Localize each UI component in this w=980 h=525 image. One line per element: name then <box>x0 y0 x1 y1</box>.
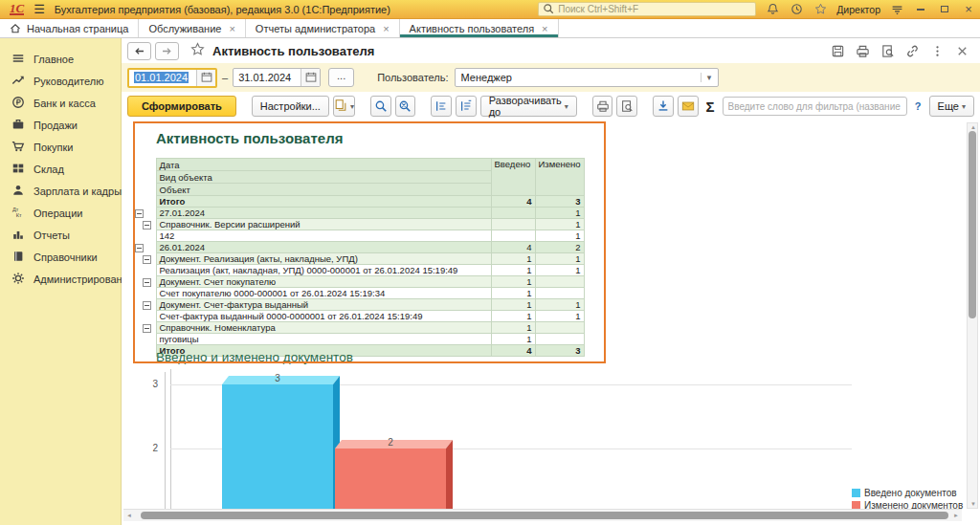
settings-button[interactable]: Настройки... <box>252 96 329 117</box>
cancel-find-icon[interactable] <box>395 96 416 117</box>
report-variants-button[interactable]: ▾ <box>333 96 355 117</box>
vertical-scrollbar-thumb[interactable] <box>969 131 976 318</box>
horizontal-scrollbar-thumb[interactable] <box>141 512 948 519</box>
window-close-button[interactable]: × <box>961 3 976 16</box>
table-row[interactable]: Счет-фактура выданный 0000-0000001 от 26… <box>134 311 584 322</box>
save-icon[interactable] <box>830 43 846 59</box>
sidebar-item-cart[interactable]: Покупки <box>0 136 121 158</box>
service-menu-icon[interactable] <box>889 2 904 17</box>
sidebar-item-dtkt[interactable]: ДтКтОперации <box>0 202 121 224</box>
bar-0[interactable] <box>222 384 333 511</box>
collapse-group-icon[interactable] <box>135 209 144 218</box>
expand-to-button[interactable]: Разворачивать до▾ <box>480 96 577 117</box>
print-button-icon[interactable] <box>592 96 613 117</box>
bar-1[interactable] <box>335 448 446 511</box>
report-header-row: Активность пользователя <box>122 38 980 63</box>
collapse-group-icon[interactable] <box>143 324 151 333</box>
current-user[interactable]: Директор <box>836 4 880 15</box>
calendar-icon[interactable] <box>196 70 215 86</box>
chevron-down-icon[interactable]: ▾ <box>701 73 718 82</box>
svg-text:Кт: Кт <box>16 212 22 218</box>
table-row[interactable]: Документ. Счет покупателю1 <box>134 276 584 288</box>
preview-button-icon[interactable] <box>616 96 637 117</box>
notifications-bell-icon[interactable] <box>765 2 780 17</box>
tab-home[interactable]: Начальная страница <box>0 19 139 37</box>
search-input[interactable] <box>558 4 740 14</box>
main-menu-icon[interactable]: ☰ <box>33 2 45 16</box>
minimize-button[interactable] <box>913 3 928 16</box>
collapse-group-icon[interactable] <box>135 244 144 252</box>
find-icon[interactable] <box>370 96 391 117</box>
add-favorite-star-icon[interactable] <box>190 42 205 60</box>
totals-sigma-icon[interactable]: Σ <box>706 98 715 115</box>
send-email-icon[interactable] <box>678 96 699 117</box>
sidebar-item-trend[interactable]: Руководителю <box>0 70 121 92</box>
sidebar-item-book[interactable]: Справочники <box>0 246 121 268</box>
collapse-groups-icon[interactable] <box>431 96 452 117</box>
date-from-field[interactable]: 01.01.2024 <box>127 68 217 88</box>
calendar-icon[interactable] <box>301 69 320 86</box>
user-combobox-value: Менеджер <box>456 72 701 83</box>
close-report-icon[interactable] <box>954 43 970 59</box>
report-table[interactable]: ДатаВведеноИзмененоВид объектаОбъектИтог… <box>134 158 585 357</box>
sidebar-item-person[interactable]: Зарплата и кадры <box>0 180 121 202</box>
tab-2[interactable]: Отчеты администратора× <box>246 19 400 37</box>
table-row[interactable]: Документ. Реализация (акты, накладные, У… <box>134 253 584 265</box>
table-row[interactable]: Реализация (акт, накладная, УПД) 0000-00… <box>134 265 584 276</box>
favorites-star-icon[interactable] <box>813 2 828 17</box>
print-preview-icon[interactable] <box>880 43 896 59</box>
period-options-button[interactable]: ... <box>328 68 354 87</box>
collapse-group-icon[interactable] <box>143 301 151 310</box>
tab-close-icon[interactable]: × <box>229 23 234 34</box>
table-row[interactable]: пуговицы1 <box>134 334 584 345</box>
horizontal-scrollbar[interactable]: ◄ ► <box>123 509 962 521</box>
report-viewport: Активность пользователя ДатаВведеноИзмен… <box>122 120 980 525</box>
table-row[interactable]: Итого43 <box>134 196 584 208</box>
collapse-group-icon[interactable] <box>143 255 151 264</box>
sidebar-item-briefcase[interactable]: Продажи <box>0 114 121 136</box>
tab-close-icon[interactable]: × <box>383 23 389 34</box>
sidebar-item-gear[interactable]: Администрирование <box>0 268 121 290</box>
history-icon[interactable] <box>789 2 804 17</box>
date-to-field[interactable]: 31.01.2024 <box>233 68 321 87</box>
help-link[interactable]: ? <box>915 100 922 112</box>
legend-swatch <box>852 489 860 497</box>
chart-axis <box>165 372 166 511</box>
global-search[interactable] <box>538 2 756 16</box>
more-menu-icon[interactable] <box>929 43 946 59</box>
sidebar-item-coin[interactable]: Банк и касса <box>0 92 121 114</box>
more-button[interactable]: Еще▾ <box>929 96 974 117</box>
collapse-group-icon[interactable] <box>143 221 151 230</box>
forward-button[interactable] <box>155 42 179 60</box>
table-row[interactable]: Документ. Счет-фактура выданный11 <box>134 299 584 311</box>
table-row[interactable]: Справочник. Версии расширений1 <box>134 219 584 230</box>
table-row[interactable]: 26.01.202442 <box>134 242 584 253</box>
tab-3[interactable]: Активность пользователя× <box>400 19 559 37</box>
generate-button[interactable]: Сформировать <box>127 96 236 117</box>
quick-filter-input[interactable] <box>723 97 907 116</box>
sidebar-item-grid[interactable]: Склад <box>0 158 121 180</box>
grid-icon <box>11 162 25 177</box>
legend-item: Введено документов <box>852 488 957 498</box>
date-from-value: 01.01.2024 <box>134 72 189 83</box>
table-row[interactable]: 27.01.20241 <box>134 208 584 219</box>
restore-button[interactable] <box>937 3 952 16</box>
vertical-scrollbar[interactable]: ▲ ▼ <box>967 122 978 509</box>
table-row[interactable]: 1421 <box>134 230 584 242</box>
collapse-group-icon[interactable] <box>143 278 151 287</box>
table-row[interactable]: Счет покупателю 0000-000001 от 26.01.202… <box>134 288 584 299</box>
tab-close-icon[interactable]: × <box>542 23 547 34</box>
user-filter-label: Пользователь: <box>377 72 448 83</box>
back-button[interactable] <box>127 42 151 60</box>
save-file-icon[interactable] <box>653 96 674 117</box>
sidebar-item-chart[interactable]: Отчеты <box>0 224 121 246</box>
expand-groups-icon[interactable] <box>456 96 477 117</box>
home-icon <box>10 23 21 34</box>
user-combobox[interactable]: Менеджер ▾ <box>455 68 719 87</box>
chart-tick-label: 2 <box>139 443 158 453</box>
get-link-icon[interactable] <box>904 43 921 59</box>
print-icon[interactable] <box>855 43 871 59</box>
sidebar-item-menu[interactable]: Главное <box>0 48 121 70</box>
tab-1[interactable]: Обслуживание× <box>139 19 245 37</box>
table-row[interactable]: Справочник. Номенклатура1 <box>134 322 584 334</box>
